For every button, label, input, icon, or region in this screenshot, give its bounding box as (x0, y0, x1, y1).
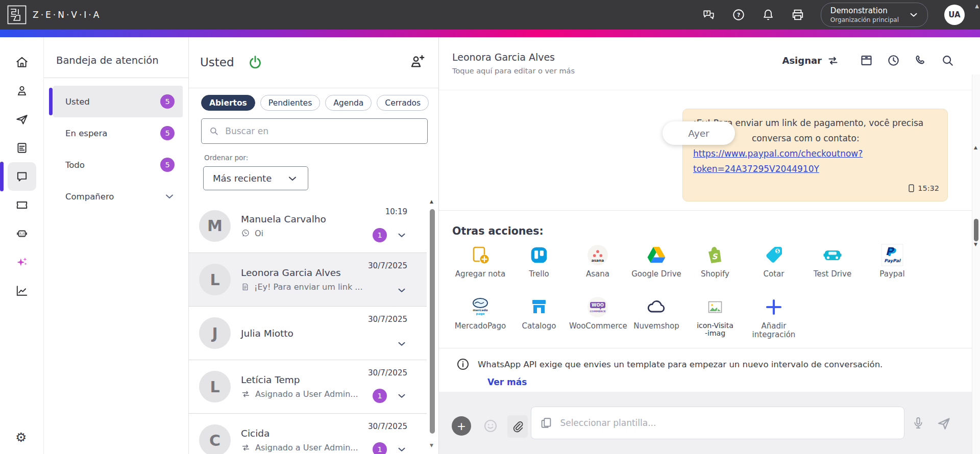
inbox-item-todo[interactable]: Todo 5 (44, 149, 189, 181)
chat-scroll-up-arrow[interactable]: ▲ (974, 145, 977, 150)
nav-item-conversations-active[interactable] (8, 162, 36, 191)
inbox-item-en-espera[interactable]: En espera 5 (44, 117, 189, 149)
zenvia-logo: Z·E·N·V·I·A (7, 5, 101, 24)
settings-gear-icon[interactable]: ⚙ (15, 430, 27, 445)
chat-scroll-down-arrow[interactable]: ▼ (974, 242, 977, 247)
avatar: J (199, 317, 231, 349)
ticket-icon[interactable] (15, 198, 29, 212)
action-google-drive[interactable]: Google Drive (628, 243, 685, 279)
inbox-item-label: En espera (65, 129, 107, 138)
action-cotar[interactable]: $ Cotar (745, 243, 802, 279)
count-badge: 5 (160, 94, 175, 109)
chevron-down-icon (286, 172, 299, 185)
ai-sparkles-icon[interactable] (15, 256, 29, 269)
action-woocommerce[interactable]: WOO COMMERCE WooCommerce (569, 295, 626, 331)
action-nuvemshop[interactable]: Nuvemshop (628, 295, 685, 331)
scroll-up-arrow[interactable]: ▲ (430, 199, 433, 204)
search-box[interactable] (201, 118, 428, 144)
conversation-row-leticia[interactable]: L Letícia Temp Asignado a User Admin... … (189, 360, 427, 413)
expand-chevron-icon[interactable] (396, 338, 407, 349)
online-status-power-icon[interactable] (248, 55, 263, 70)
brand-text: Z·E·N·V·I·A (33, 10, 101, 20)
org-selector[interactable]: Demonstration Organización principal (821, 3, 928, 27)
conversation-row-julia[interactable]: J Julia Miotto 30/7/2025 (189, 306, 427, 360)
add-attachment-button[interactable]: + (452, 416, 471, 436)
messages-area[interactable]: ¡Ey! Para enviar um link de pagamento, v… (439, 90, 972, 211)
search-input[interactable] (225, 126, 420, 136)
conversation-row-manuela[interactable]: M Manuela Carvalho Oi 10:19 1 (189, 199, 427, 253)
add-contact-icon[interactable] (409, 54, 425, 70)
action-agregar-nota[interactable]: Agregar nota (452, 243, 509, 279)
archive-icon[interactable] (860, 54, 873, 67)
search-icon[interactable] (941, 54, 954, 67)
chevron-down-icon[interactable] (163, 190, 176, 203)
scroll-down-arrow[interactable]: ▼ (430, 443, 433, 448)
assign-button[interactable]: Asignar (782, 55, 839, 67)
reports-chart-icon[interactable] (15, 284, 29, 297)
emoji-icon[interactable] (483, 418, 498, 434)
asana-icon: asana (587, 244, 608, 266)
action-catalogo[interactable]: Catalogo (510, 295, 568, 331)
expand-chevron-icon[interactable] (396, 285, 407, 296)
paypal-icon: P P PayPal (881, 244, 903, 266)
list-scrollbar[interactable]: ▲ ▼ (429, 199, 436, 451)
help-icon[interactable]: ? (732, 8, 745, 21)
contacts-icon[interactable] (15, 84, 29, 97)
chatbot-icon[interactable] (15, 227, 29, 240)
history-clock-icon[interactable] (887, 54, 900, 67)
chat-scroll-thumb[interactable] (974, 219, 978, 241)
action-asana[interactable]: asana Asana (569, 243, 626, 279)
assign-label: Asignar (782, 55, 822, 66)
action-mercadopago[interactable]: mercado pago MercadoPago (452, 295, 509, 331)
tab-agenda[interactable]: Agenda (325, 95, 372, 111)
org-name: Demonstration (830, 6, 899, 15)
active-item-bar (49, 88, 53, 115)
attach-file-button[interactable] (507, 415, 528, 438)
inbox-item-companero[interactable]: Compañero (44, 181, 189, 212)
notes-icon[interactable] (15, 141, 29, 155)
chat-contact-subtitle[interactable]: Toque aquí para editar o ver más (452, 67, 575, 75)
conversation-row-leonora[interactable]: L Leonora Garcia Alves ¡Ey! Para enviar … (189, 253, 427, 306)
user-avatar[interactable]: UA (944, 5, 965, 25)
sort-dropdown[interactable]: Más reciente (203, 166, 308, 190)
template-input[interactable] (560, 418, 896, 428)
tab-abiertos[interactable]: Abiertos (201, 95, 255, 111)
transfer-icon (241, 443, 251, 452)
send-icon[interactable] (936, 416, 951, 431)
expand-chevron-icon[interactable] (396, 230, 407, 241)
storefront-icon (529, 297, 549, 317)
transfer-icon (241, 389, 251, 399)
print-icon[interactable] (791, 8, 804, 21)
tab-pendientes[interactable]: Pendientes (260, 95, 320, 111)
message-link[interactable]: https://www.paypal.com/checkoutnow?token… (693, 146, 937, 176)
inbox-item-label: Usted (65, 97, 90, 107)
template-copy-icon[interactable] (540, 416, 553, 430)
ver-mas-link[interactable]: Ver más (487, 377, 527, 387)
action-trello[interactable]: Trello (510, 243, 568, 279)
action-test-drive[interactable]: Test Drive (804, 243, 861, 279)
support-chat-icon[interactable]: ? (702, 8, 716, 21)
message-time: 15:32 (918, 181, 939, 196)
conversation-row-cicida[interactable]: C Cicida Asignado a User Admin... 30/7/2… (189, 413, 427, 454)
page-scroll-up-arrow[interactable]: ▲ (975, 3, 979, 9)
action-visita-broken-image[interactable]: icon-Visita-imag (687, 295, 744, 337)
send-campaign-icon[interactable] (15, 113, 29, 126)
divider (44, 78, 189, 78)
action-shopify[interactable]: S Shopify (687, 243, 744, 279)
expand-chevron-icon[interactable] (396, 390, 407, 401)
chat-pane: Leonora Garcia Alves Toque aquí para edi… (439, 37, 972, 454)
notifications-bell-icon[interactable] (762, 8, 775, 21)
phone-icon[interactable] (914, 54, 927, 67)
tab-cerrados[interactable]: Cerrados (377, 95, 429, 111)
scroll-thumb[interactable] (430, 209, 435, 434)
google-drive-icon (646, 245, 667, 265)
divider (189, 88, 438, 88)
template-input-wrap[interactable] (531, 407, 904, 439)
inbox-item-usted[interactable]: Usted 5 (44, 86, 189, 117)
home-icon[interactable] (15, 56, 29, 69)
expand-chevron-icon[interactable] (396, 444, 407, 454)
action-add-integration[interactable]: Añadir integración (745, 295, 802, 339)
action-paypal[interactable]: P P PayPal Paypal (864, 243, 921, 279)
page-scrollbar[interactable]: ▲ ▼ ▼ (972, 74, 980, 454)
microphone-icon[interactable] (911, 416, 925, 430)
